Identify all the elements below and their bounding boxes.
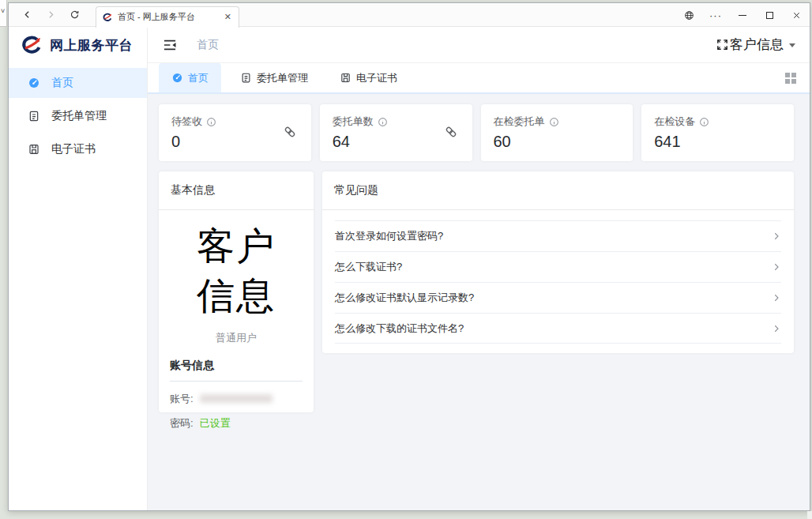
main-area: 首页 客户信息 [148, 27, 810, 510]
tab-label: 首页 [188, 71, 209, 85]
password-row: 密码: 已设置 [170, 416, 303, 431]
page-tabbar: 首页 委托单管理 电子证书 [148, 63, 810, 94]
stat-label: 在检委托单 [494, 115, 545, 129]
password-label: 密码: [170, 416, 194, 431]
stat-value: 0 [171, 133, 299, 151]
stat-card-order-count: 委托单数 64 [320, 104, 472, 161]
faq-card-title: 常见问题 [322, 171, 794, 210]
header-right: 客户信息 [716, 36, 795, 54]
back-icon[interactable] [15, 5, 39, 25]
chevron-down-icon [789, 43, 795, 47]
stat-card-in-test-devices: 在检设备 641 [641, 104, 794, 161]
info-icon[interactable] [549, 117, 559, 127]
stat-value: 64 [333, 133, 460, 151]
certificate-icon [28, 143, 40, 156]
tab-close-icon[interactable]: ✕ [223, 12, 233, 22]
close-icon[interactable] [783, 3, 810, 27]
maximize-icon[interactable] [756, 3, 783, 27]
chevron-right-icon [772, 262, 781, 272]
desktop: ˅ 首页 - 网上服务平台 [0, 0, 812, 519]
certificate-icon [340, 72, 351, 84]
stat-cards-row: 待签收 0 委托单数 [159, 104, 794, 161]
link-icon[interactable] [283, 125, 297, 139]
background-window-edge: ˅ [0, 0, 7, 27]
sidebar-menu: 首页 委托单管理 电子证书 [9, 65, 147, 167]
account-section-title: 账号信息 [170, 359, 303, 373]
favicon-brand-logo [102, 12, 113, 23]
stat-value: 641 [654, 133, 781, 151]
forward-icon[interactable] [39, 5, 62, 25]
browser-tab-title: 首页 - 网上服务平台 [118, 11, 223, 23]
page-header: 首页 客户信息 [148, 27, 810, 63]
faq-card: 常见问题 首次登录如何设置密码? 怎么下载证书? [322, 171, 794, 353]
fullscreen-icon[interactable] [716, 38, 729, 51]
tab-home[interactable]: 首页 [159, 63, 221, 92]
browser-tab[interactable]: 首页 - 网上服务平台 ✕ [96, 6, 239, 28]
account-label: 账号: [170, 392, 194, 406]
order-doc-icon [28, 110, 40, 122]
chevron-right-icon [772, 324, 781, 333]
account-row: 账号: [170, 392, 303, 406]
sidebar-item-certificates[interactable]: 电子证书 [9, 134, 147, 164]
window-controls: ··· [675, 3, 810, 27]
page-content: 待签收 0 委托单数 [148, 94, 810, 510]
chevron-down-icon[interactable]: ˅ [1, 7, 5, 15]
order-doc-icon [240, 72, 252, 84]
tab-grid-view-icon[interactable] [785, 73, 797, 85]
profile-card: 基本信息 客户 信息 普通用户 账号信息 账号: [159, 171, 314, 412]
brand-logo-icon [20, 36, 43, 55]
faq-question: 怎么下载证书? [335, 260, 402, 274]
breadcrumb[interactable]: 首页 [197, 38, 219, 52]
sidebar-item-orders[interactable]: 委托单管理 [9, 101, 147, 131]
tab-certificates[interactable]: 电子证书 [327, 63, 410, 92]
stat-label: 待签收 [171, 115, 202, 129]
chevron-right-icon [772, 231, 781, 241]
dashboard-icon [171, 72, 183, 84]
minimize-icon[interactable] [729, 3, 756, 27]
sidebar: 网上服务平台 首页 委托单管理 [9, 27, 148, 510]
stat-value: 60 [494, 133, 621, 151]
sidebar-item-label: 委托单管理 [51, 109, 107, 123]
stat-label: 委托单数 [333, 115, 374, 129]
account-value-redacted [200, 394, 273, 403]
profile-card-title: 基本信息 [159, 171, 314, 210]
dashboard-icon [28, 77, 40, 89]
chevron-right-icon [772, 293, 781, 303]
taskbar-fragment [807, 511, 812, 519]
faq-item[interactable]: 怎么修改证书默认显示记录数? [335, 282, 781, 313]
stat-card-in-test-orders: 在检委托单 60 [481, 104, 633, 161]
divider [170, 381, 303, 382]
browser-chrome: 首页 - 网上服务平台 ✕ ··· [9, 3, 810, 27]
user-role: 普通用户 [170, 331, 303, 345]
tab-label: 委托单管理 [257, 71, 308, 85]
link-icon[interactable] [444, 125, 458, 139]
sidebar-item-label: 电子证书 [51, 142, 96, 156]
sidebar-item-label: 首页 [51, 76, 73, 90]
tab-orders[interactable]: 委托单管理 [227, 63, 321, 92]
customer-display-name: 客户 信息 [170, 221, 303, 322]
app-root: 网上服务平台 首页 委托单管理 [9, 27, 810, 510]
refresh-icon[interactable] [62, 5, 86, 25]
faq-question: 怎么修改下载的证书文件名? [335, 322, 464, 336]
faq-question: 首次登录如何设置密码? [335, 229, 443, 243]
lower-cards-row: 基本信息 客户 信息 普通用户 账号信息 账号: [159, 171, 794, 412]
faq-item[interactable]: 首次登录如何设置密码? [335, 220, 781, 251]
user-menu[interactable]: 客户信息 [730, 36, 795, 54]
faq-question: 怎么修改证书默认显示记录数? [335, 291, 474, 305]
stat-label: 在检设备 [654, 115, 695, 129]
globe-icon[interactable] [675, 3, 702, 27]
browser-window: 首页 - 网上服务平台 ✕ ··· [8, 2, 810, 511]
stat-card-pending-sign: 待签收 0 [159, 104, 311, 161]
info-icon[interactable] [699, 117, 709, 127]
info-icon[interactable] [378, 117, 388, 127]
brand: 网上服务平台 [9, 27, 147, 63]
user-menu-label: 客户信息 [730, 36, 784, 54]
faq-item[interactable]: 怎么下载证书? [335, 251, 781, 282]
more-options-icon[interactable]: ··· [702, 3, 729, 27]
sidebar-fold-icon[interactable] [162, 37, 178, 53]
sidebar-item-home[interactable]: 首页 [9, 68, 147, 98]
tab-label: 电子证书 [356, 71, 397, 85]
faq-item[interactable]: 怎么修改下载的证书文件名? [335, 313, 781, 344]
info-icon[interactable] [206, 117, 216, 127]
brand-name: 网上服务平台 [50, 36, 133, 55]
